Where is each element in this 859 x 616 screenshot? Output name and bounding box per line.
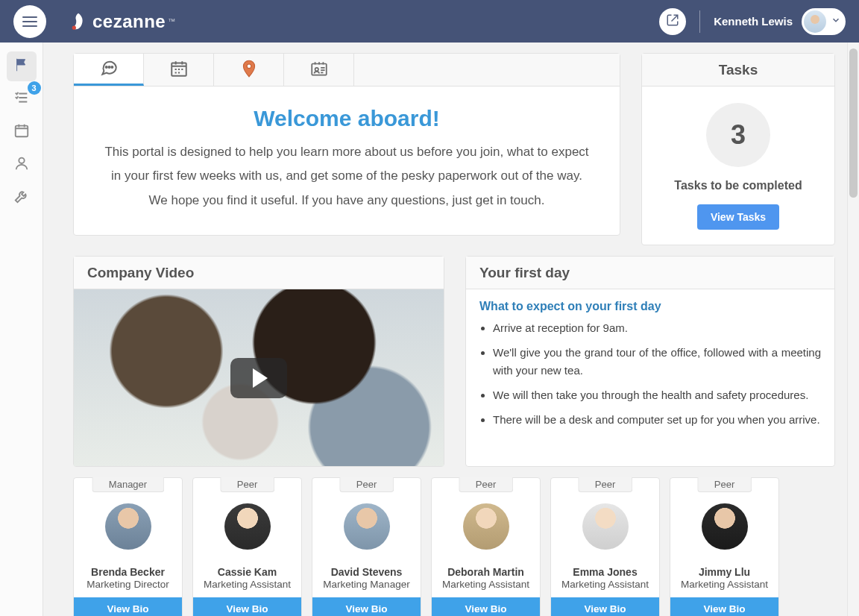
person-title: Marketing Manager — [320, 579, 412, 590]
view-bio-button[interactable]: View Bio — [74, 597, 182, 616]
app-header: cezanne ™ Kenneth Lewis — [0, 0, 859, 43]
avatar — [105, 503, 151, 550]
edit-icon — [666, 13, 679, 30]
person-name: Cassie Kam — [218, 566, 277, 578]
rail-people[interactable] — [7, 150, 37, 180]
role-chip: Peer — [578, 477, 632, 492]
wrench-icon — [13, 188, 30, 207]
person-name: Emma Jones — [573, 566, 637, 578]
person-card: Peer Deborah Martin Marketing Assistant … — [431, 477, 541, 616]
svg-point-0 — [72, 25, 76, 29]
tasks-card: Tasks 3 Tasks to be completed View Tasks — [641, 53, 835, 245]
person-title: Marketing Assistant — [678, 579, 771, 590]
person-card: Peer Cassie Kam Marketing Assistant View… — [192, 477, 302, 616]
divider — [699, 10, 700, 33]
welcome-card: Welcome aboard! This portal is designed … — [73, 53, 620, 236]
brand-name: cezanne — [92, 11, 166, 32]
id-card-icon — [309, 59, 329, 81]
map-pin-icon — [239, 59, 259, 81]
first-day-item: We'll give you the grand tour of the off… — [493, 344, 821, 379]
rail-settings[interactable] — [7, 183, 37, 213]
tab-location[interactable] — [214, 54, 284, 86]
person-icon — [13, 155, 30, 175]
tasks-badge: 3 — [28, 81, 41, 95]
person-name: David Stevens — [331, 566, 403, 578]
welcome-text: This portal is designed to help you lear… — [101, 140, 593, 213]
first-day-list: Arrive at reception for 9am. We'll give … — [493, 319, 821, 428]
avatar — [582, 503, 629, 550]
svg-point-9 — [315, 67, 318, 70]
tab-strip — [74, 54, 620, 87]
avatar — [463, 503, 509, 550]
view-bio-button[interactable]: View Bio — [193, 597, 301, 616]
rail-home[interactable] — [7, 51, 37, 81]
calendar-icon — [13, 122, 30, 142]
compose-button[interactable] — [659, 8, 686, 35]
vertical-scrollbar[interactable] — [847, 43, 859, 616]
video-thumbnail — [74, 289, 444, 466]
avatar — [702, 503, 748, 550]
calendar-grid-icon — [169, 59, 189, 81]
first-day-panel: Your first day What to expect on your fi… — [465, 256, 835, 467]
main-content: Welcome aboard! This portal is designed … — [43, 43, 847, 616]
first-day-heading: Your first day — [466, 257, 834, 289]
view-bio-button[interactable]: View Bio — [432, 597, 540, 616]
svg-point-5 — [111, 66, 113, 68]
view-bio-button[interactable]: View Bio — [551, 597, 659, 616]
role-chip: Peer — [459, 477, 513, 492]
person-card: Manager Brenda Becker Marketing Director… — [73, 477, 183, 616]
person-title: Marketing Assistant — [558, 579, 652, 590]
avatar — [224, 503, 271, 550]
person-title: Marketing Director — [84, 579, 172, 590]
avatar — [344, 503, 390, 550]
svg-point-7 — [247, 63, 251, 68]
chevron-down-icon — [831, 15, 841, 28]
tab-messages[interactable] — [74, 54, 144, 86]
person-title: Marketing Assistant — [201, 579, 294, 590]
first-day-item: We will then take you through the health… — [493, 386, 821, 403]
role-chip: Manager — [92, 477, 164, 492]
first-day-item: There will be a desk and computer set up… — [493, 411, 821, 428]
checklist-icon — [13, 89, 30, 109]
role-chip: Peer — [339, 477, 394, 492]
menu-toggle-button[interactable] — [13, 5, 46, 38]
view-bio-button[interactable]: View Bio — [670, 597, 778, 616]
company-video-panel: Company Video — [73, 256, 444, 467]
rail-tasks[interactable]: 3 — [7, 84, 37, 114]
role-chip: Peer — [697, 477, 752, 492]
current-user-name: Kenneth Lewis — [714, 15, 793, 28]
tab-contacts[interactable] — [284, 54, 354, 86]
person-card: Peer Emma Jones Marketing Assistant View… — [550, 477, 660, 616]
view-bio-button[interactable]: View Bio — [312, 597, 421, 616]
speech-bubble-icon — [99, 57, 119, 80]
first-day-item: Arrive at reception for 9am. — [493, 319, 821, 336]
tab-strip-spacer — [354, 54, 620, 86]
tasks-heading: Tasks — [642, 54, 834, 87]
svg-point-4 — [108, 66, 110, 68]
scrollbar-thumb[interactable] — [849, 48, 858, 198]
rail-calendar[interactable] — [7, 117, 37, 147]
welcome-title: Welcome aboard! — [101, 106, 593, 131]
hamburger-icon — [22, 16, 37, 27]
user-menu-button[interactable] — [802, 8, 846, 35]
brand-logo: cezanne ™ — [69, 11, 176, 32]
person-name: Brenda Becker — [91, 566, 165, 578]
tasks-label: Tasks to be completed — [674, 179, 802, 192]
tab-calendar[interactable] — [144, 54, 214, 86]
play-button[interactable] — [230, 358, 287, 398]
svg-point-3 — [105, 66, 107, 68]
person-name: Deborah Martin — [447, 566, 524, 578]
view-tasks-button[interactable]: View Tasks — [697, 204, 779, 230]
first-day-subheading: What to expect on your first day — [479, 300, 821, 313]
person-title: Marketing Assistant — [439, 579, 532, 590]
person-card: Peer David Stevens Marketing Manager Vie… — [312, 477, 421, 616]
role-chip: Peer — [220, 477, 274, 492]
svg-point-2 — [19, 158, 24, 163]
person-name: Jimmy Llu — [699, 566, 750, 578]
person-card: Peer Jimmy Llu Marketing Assistant View … — [670, 477, 779, 616]
left-nav-rail: 3 — [0, 43, 43, 616]
people-row: Manager Brenda Becker Marketing Director… — [73, 477, 847, 616]
flag-icon — [13, 57, 30, 76]
tasks-count: 3 — [706, 103, 770, 167]
video-heading: Company Video — [74, 257, 444, 289]
